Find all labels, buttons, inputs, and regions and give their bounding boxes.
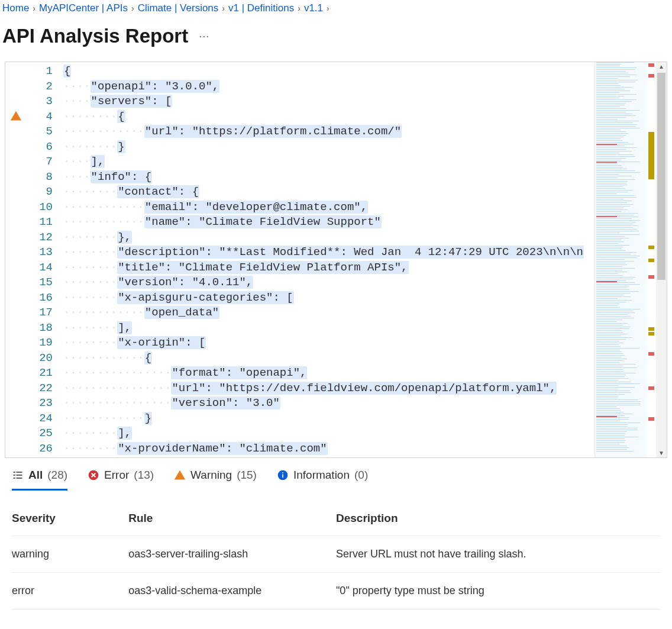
code-line[interactable]: ····"openapi": "3.0.0",: [63, 79, 595, 95]
cell-severity: warning: [12, 536, 128, 573]
code-line[interactable]: {: [63, 64, 595, 79]
table-header-row: Severity Rule Description: [12, 506, 660, 536]
code-line[interactable]: ················"url": "https://dev.fiel…: [63, 381, 595, 396]
glyph-margin: [5, 62, 23, 457]
tab-error[interactable]: Error (13): [88, 469, 154, 491]
code-line[interactable]: ········"x-origin": [: [63, 336, 595, 351]
page-title-row: API Analysis Report ···: [0, 19, 672, 62]
tab-label: Warning: [190, 469, 232, 482]
svg-rect-2: [282, 474, 283, 478]
code-line[interactable]: ············{: [63, 351, 595, 366]
code-line[interactable]: ········"x-providerName": "climate.com": [63, 441, 595, 457]
tab-count: (13): [134, 469, 154, 482]
tab-information[interactable]: Information (0): [277, 469, 368, 491]
code-line[interactable]: ············}: [63, 411, 595, 427]
warning-marker[interactable]: [648, 246, 654, 249]
code-line[interactable]: ····"servers": [: [63, 94, 595, 109]
breadcrumb-item[interactable]: Climate | Versions: [138, 2, 219, 14]
warning-marker[interactable]: [648, 332, 654, 336]
more-icon[interactable]: ···: [199, 30, 209, 43]
tab-label: Information: [293, 469, 350, 482]
code-line[interactable]: ····],: [63, 154, 595, 170]
warning-icon: [174, 469, 186, 481]
list-icon: [12, 469, 24, 481]
results-table-wrap: Severity Rule Description warningoas3-se…: [0, 491, 672, 609]
breadcrumb-item[interactable]: v1.1: [304, 2, 323, 14]
col-rule[interactable]: Rule: [128, 506, 336, 536]
tab-count: (0): [354, 469, 368, 482]
tab-count: (28): [47, 469, 67, 482]
vertical-scrollbar[interactable]: ▲ ▼: [656, 62, 667, 457]
code-line[interactable]: ········},: [63, 230, 595, 246]
code-line[interactable]: ········"title": "Climate FieldView Plat…: [63, 260, 595, 276]
code-line[interactable]: ········}: [63, 140, 595, 155]
tab-count: (15): [237, 469, 257, 482]
code-content[interactable]: {····"openapi": "3.0.0",····"servers": […: [63, 62, 595, 457]
warning-marker[interactable]: [648, 259, 654, 262]
error-marker[interactable]: [648, 63, 654, 67]
code-line[interactable]: ····"info": {: [63, 170, 595, 185]
tab-warning[interactable]: Warning (15): [174, 469, 257, 491]
page-title: API Analysis Report: [2, 25, 188, 47]
results-table: Severity Rule Description warningoas3-se…: [12, 506, 660, 609]
breadcrumb-item[interactable]: v1 | Definitions: [228, 2, 294, 14]
breadcrumb: Home › MyAPICenter | APIs › Climate | Ve…: [0, 0, 672, 19]
code-line[interactable]: ············"url": "https://platform.cli…: [63, 124, 595, 140]
error-marker[interactable]: [648, 352, 654, 356]
code-line[interactable]: ········"contact": {: [63, 185, 595, 200]
code-line[interactable]: ············"email": "developer@climate.…: [63, 200, 595, 215]
line-numbers: 1234567891011121314151617181920212223242…: [23, 62, 63, 457]
code-line[interactable]: ········"version": "4.0.11",: [63, 275, 595, 291]
error-marker[interactable]: [648, 275, 654, 279]
info-icon: [277, 469, 289, 481]
scrollbar-thumb[interactable]: [657, 73, 665, 280]
overview-ruler[interactable]: [647, 62, 656, 457]
chevron-right-icon: ›: [298, 4, 301, 13]
code-line[interactable]: ············"name": "Climate FieldView S…: [63, 215, 595, 230]
code-editor[interactable]: 1234567891011121314151617181920212223242…: [5, 62, 667, 458]
minimap[interactable]: [595, 62, 647, 457]
code-line[interactable]: ············"open_data": [63, 305, 595, 321]
breadcrumb-item[interactable]: MyAPICenter | APIs: [39, 2, 128, 14]
code-line[interactable]: ········],: [63, 426, 595, 441]
error-marker[interactable]: [648, 74, 654, 78]
code-line[interactable]: ········"description": "**Last Modified*…: [63, 245, 595, 260]
scroll-down-icon[interactable]: ▼: [656, 450, 667, 456]
scroll-up-icon[interactable]: ▲: [656, 63, 667, 70]
cell-rule: oas3-valid-schema-example: [128, 573, 336, 609]
code-line[interactable]: ················"format": "openapi",: [63, 366, 595, 381]
error-icon: [88, 469, 99, 481]
chevron-right-icon: ›: [327, 4, 329, 13]
warning-marker[interactable]: [648, 132, 654, 179]
table-row[interactable]: warningoas3-server-trailing-slashServer …: [12, 536, 660, 573]
cell-description: Server URL must not have trailing slash.: [336, 536, 660, 573]
col-severity[interactable]: Severity: [12, 506, 128, 536]
tab-all[interactable]: All (28): [12, 469, 67, 491]
svg-rect-3: [282, 472, 283, 473]
code-line[interactable]: ········{: [63, 109, 595, 125]
results-tabs: All (28) Error (13) Warning (15) Informa…: [0, 458, 672, 491]
error-marker[interactable]: [648, 417, 654, 421]
code-line[interactable]: ········"x-apisguru-categories": [: [63, 291, 595, 306]
chevron-right-icon: ›: [131, 4, 134, 13]
code-line[interactable]: ················"version": "3.0": [63, 396, 595, 411]
cell-rule: oas3-server-trailing-slash: [128, 536, 336, 573]
tab-label: Error: [104, 469, 129, 482]
warning-marker[interactable]: [648, 327, 654, 331]
chevron-right-icon: ›: [33, 4, 35, 13]
warning-icon[interactable]: [10, 110, 22, 124]
cell-description: "0" property type must be string: [336, 573, 660, 609]
table-row[interactable]: erroroas3-valid-schema-example"0" proper…: [12, 573, 660, 609]
breadcrumb-item[interactable]: Home: [2, 2, 29, 14]
chevron-right-icon: ›: [222, 4, 225, 13]
cell-severity: error: [12, 573, 128, 609]
code-line[interactable]: ········],: [63, 321, 595, 336]
tab-label: All: [28, 469, 43, 482]
error-marker[interactable]: [648, 386, 654, 390]
col-description[interactable]: Description: [336, 506, 660, 536]
